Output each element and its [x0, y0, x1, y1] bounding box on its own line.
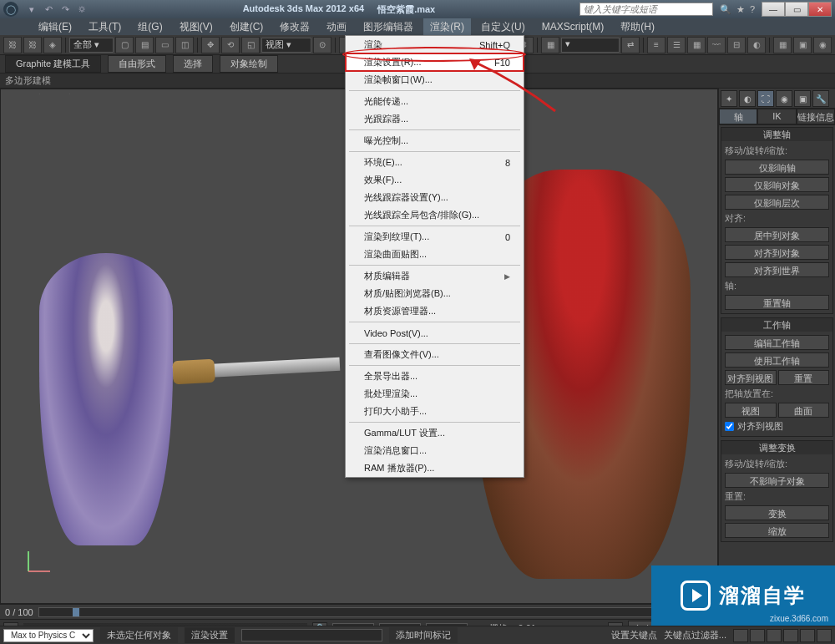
reset-scale-button[interactable]: 缩放 — [725, 523, 829, 538]
fov-icon[interactable] — [783, 629, 798, 642]
ribbon-tab-paint[interactable]: 对象绘制 — [220, 55, 278, 73]
menu-animation[interactable]: 动画 — [320, 18, 353, 36]
link-tool-icon[interactable]: ⛓ — [3, 37, 22, 53]
selection-filter[interactable]: 全部 ▾ — [69, 38, 114, 53]
menu-item-RAMP[interactable]: RAM 播放器(P)... — [346, 459, 524, 477]
menu-item-VideoPostV[interactable]: Video Post(V)... — [346, 324, 524, 342]
schematic-icon[interactable]: ⊟ — [727, 37, 746, 53]
menu-item-G[interactable]: 光线跟踪全局包含/排除(G)... — [346, 206, 524, 224]
menu-item-T[interactable]: 渲染到纹理(T)...0 — [346, 228, 524, 246]
edit-working-pivot-button[interactable]: 编辑工作轴 — [725, 335, 829, 350]
mirror-icon[interactable]: ⇄ — [621, 37, 640, 53]
script-listener-select[interactable]: Max to Physics C — [3, 629, 94, 642]
layers-icon[interactable]: ☰ — [667, 37, 686, 53]
tab-ik[interactable]: IK — [757, 109, 796, 124]
scale-tool-icon[interactable]: ◱ — [241, 37, 260, 53]
menu-view[interactable]: 视图(V) — [173, 18, 220, 36]
menu-item-[interactable]: 材质资源管理器... — [346, 302, 524, 320]
select-tool-icon[interactable]: ▢ — [115, 37, 134, 53]
render-production-icon[interactable]: ◉ — [813, 37, 832, 53]
menu-item-[interactable]: 曝光控制... — [346, 132, 524, 150]
rollout-title[interactable]: 调整轴 — [721, 128, 832, 141]
graphite-icon[interactable]: ▦ — [687, 37, 706, 53]
menu-render[interactable]: 渲染(R) — [423, 18, 471, 36]
ribbon-tab-modeling[interactable]: Graphite 建模工具 — [5, 55, 101, 73]
center-to-object-button[interactable]: 居中到对象 — [725, 227, 829, 242]
undo-icon[interactable]: ↶ — [42, 3, 55, 16]
menu-item-[interactable]: 渲染Shift+Q — [346, 36, 524, 53]
motion-panel-icon[interactable]: ◉ — [776, 90, 792, 107]
menu-edit[interactable]: 编辑(E) — [32, 18, 78, 36]
menu-group[interactable]: 组(G) — [131, 18, 169, 36]
help-search-input[interactable] — [579, 3, 713, 16]
dont-affect-children-button[interactable]: 不影响子对象 — [725, 473, 829, 488]
curve-editor-icon[interactable]: 〰 — [707, 37, 726, 53]
menu-help[interactable]: 帮助(H) — [614, 18, 661, 36]
maximize-button[interactable]: ▭ — [785, 2, 808, 17]
menu-item-[interactable]: 光能传递... — [346, 93, 524, 110]
rotate-tool-icon[interactable]: ⟲ — [221, 37, 240, 53]
link-icon[interactable]: ⛭ — [75, 3, 89, 16]
move-tool-icon[interactable]: ✥ — [201, 37, 220, 53]
menu-item-[interactable]: 材质编辑器▶ — [346, 267, 524, 285]
ribbon-tab-selection[interactable]: 选择 — [173, 55, 213, 73]
render-setup-icon[interactable]: ▦ — [773, 37, 792, 53]
menu-item-[interactable]: 打印大小助手... — [346, 403, 524, 420]
maximize-viewport-icon[interactable] — [817, 629, 832, 642]
close-button[interactable]: ✕ — [808, 2, 832, 17]
create-panel-icon[interactable]: ✦ — [721, 90, 737, 107]
rollout-title[interactable]: 工作轴 — [721, 318, 832, 332]
character-female[interactable] — [39, 253, 173, 545]
orbit-icon[interactable] — [800, 629, 815, 642]
sword-prop[interactable] — [173, 357, 341, 379]
key-filters-button[interactable]: 关键点过滤器... — [664, 629, 726, 641]
menu-item-[interactable]: 光跟踪器... — [346, 110, 524, 128]
reset-working-pivot-button[interactable]: 重置 — [778, 370, 830, 385]
align-to-world-button[interactable]: 对齐到世界 — [725, 262, 829, 277]
menu-item-E[interactable]: 环境(E)...8 — [346, 154, 524, 171]
align-to-object-button[interactable]: 对齐到对象 — [725, 245, 829, 260]
place-surface-button[interactable]: 曲面 — [778, 403, 830, 418]
menu-item-R[interactable]: 渲染设置(R)...F10 — [346, 53, 524, 71]
named-sel-icon[interactable]: ▦ — [541, 37, 559, 53]
search-icon[interactable]: 🔍 — [720, 4, 731, 15]
align-to-view-button[interactable]: 对齐到视图 — [725, 370, 777, 385]
ribbon-tab-freeform[interactable]: 自由形式 — [108, 55, 166, 73]
menu-item-V[interactable]: 查看图像文件(V)... — [346, 346, 524, 363]
select-name-icon[interactable]: ▤ — [135, 37, 154, 53]
render-frame-icon[interactable]: ▣ — [793, 37, 812, 53]
ribbon-panel-label[interactable]: 多边形建模 — [5, 74, 51, 87]
tab-linkinfo[interactable]: 链接信息 — [797, 109, 835, 124]
menu-item-Y[interactable]: 光线跟踪器设置(Y)... — [346, 189, 524, 206]
select-region-icon[interactable]: ▭ — [155, 37, 174, 53]
set-key-button[interactable]: 设置关键点 — [611, 629, 657, 641]
menu-item-B[interactable]: 材质/贴图浏览器(B)... — [346, 285, 524, 302]
bind-tool-icon[interactable]: ◈ — [43, 37, 62, 53]
add-time-tag[interactable]: 添加时间标记 — [389, 627, 458, 643]
menu-customize[interactable]: 自定义(U) — [474, 18, 532, 36]
redo-icon[interactable]: ↷ — [58, 3, 72, 16]
menu-item-[interactable]: 全景导出器... — [346, 368, 524, 385]
rollout-title[interactable]: 调整变换 — [721, 441, 832, 454]
material-editor-icon[interactable]: ◐ — [747, 37, 766, 53]
affect-hierarchy-button[interactable]: 仅影响层次 — [725, 195, 829, 210]
modify-panel-icon[interactable]: ◐ — [739, 90, 756, 107]
place-view-button[interactable]: 视图 — [725, 403, 777, 418]
menu-maxscript[interactable]: MAXScript(M) — [535, 19, 611, 34]
menu-tools[interactable]: 工具(T) — [82, 18, 128, 36]
zoom-icon[interactable] — [750, 629, 765, 642]
unlink-tool-icon[interactable]: ⛓ — [23, 37, 42, 53]
hierarchy-panel-icon[interactable]: ⛶ — [757, 90, 774, 107]
pan-view-icon[interactable] — [733, 629, 748, 642]
menu-item-GammaLUT[interactable]: Gamma/LUT 设置... — [346, 424, 524, 442]
menu-create[interactable]: 创建(C) — [223, 18, 271, 36]
reset-pivot-button[interactable]: 重置轴 — [725, 295, 829, 310]
favorite-icon[interactable]: ★ — [736, 4, 745, 15]
menu-item-[interactable]: 渲染消息窗口... — [346, 442, 524, 459]
tab-pivot[interactable]: 轴 — [719, 109, 757, 124]
window-crossing-icon[interactable]: ◫ — [175, 37, 194, 53]
named-selection-set[interactable]: ▾ — [561, 38, 620, 53]
align-to-view-check[interactable]: 对齐到视图 — [725, 420, 829, 433]
menu-item-F[interactable]: 效果(F)... — [346, 171, 524, 189]
display-panel-icon[interactable]: ▣ — [794, 90, 811, 107]
